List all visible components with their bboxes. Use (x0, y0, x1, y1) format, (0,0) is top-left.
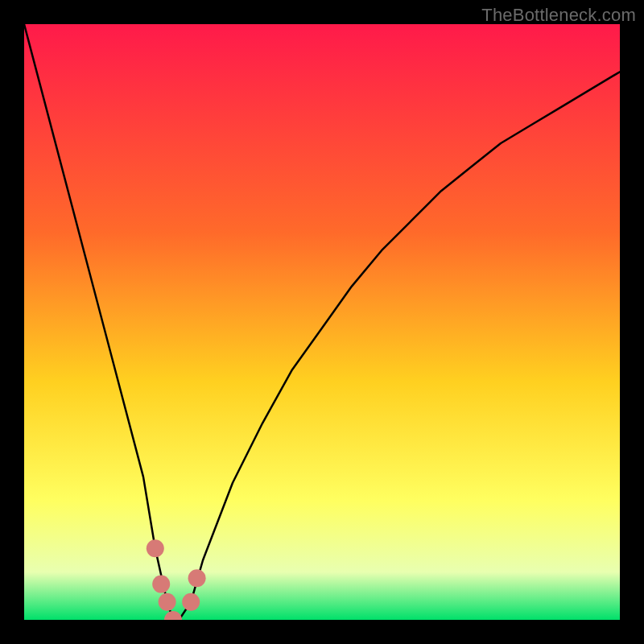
highlight-dot (182, 593, 200, 611)
highlight-dot (147, 539, 164, 557)
watermark-label: TheBottleneck.com (481, 5, 636, 26)
highlight-dot (152, 576, 170, 593)
highlight-dot (159, 593, 176, 611)
plot-area (24, 24, 620, 620)
chart-frame: TheBottleneck.com (0, 0, 644, 644)
gradient-background (24, 24, 620, 620)
highlight-dot (188, 569, 206, 587)
chart-svg (24, 24, 620, 620)
